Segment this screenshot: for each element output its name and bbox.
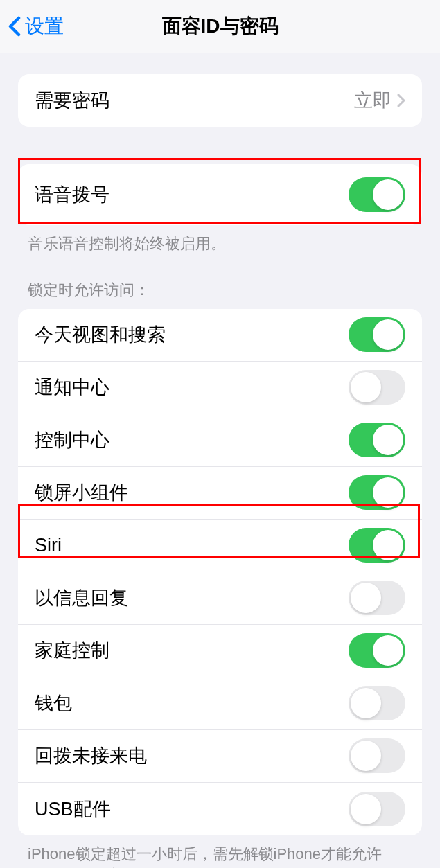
- lock-access-footer: iPhone锁定超过一小时后，需先解锁iPhone才能允许USB配件连接。: [28, 844, 412, 868]
- lock-access-label: 以信息回复: [35, 585, 128, 610]
- lock-access-label: 控制中心: [35, 427, 109, 452]
- page-title: 面容ID与密码: [162, 13, 279, 39]
- lock-access-label: 回拨未接来电: [35, 743, 147, 768]
- lock-access-group: 今天视图和搜索通知中心控制中心锁屏小组件Siri以信息回复家庭控制钱包回拨未接来…: [18, 309, 422, 835]
- require-passcode-value: 立即: [354, 88, 391, 113]
- lock-access-row: 回拨未接来电: [18, 730, 422, 783]
- lock-access-label: 通知中心: [35, 375, 109, 400]
- voice-dial-toggle[interactable]: [349, 177, 405, 212]
- lock-access-row: 钱包: [18, 677, 422, 730]
- lock-access-toggle[interactable]: [349, 528, 405, 563]
- require-passcode-value-wrap: 立即: [354, 88, 405, 113]
- lock-access-toggle[interactable]: [349, 317, 405, 352]
- lock-access-toggle[interactable]: [349, 792, 405, 826]
- lock-access-toggle[interactable]: [349, 370, 405, 405]
- passcode-group: 需要密码 立即: [18, 74, 422, 127]
- lock-access-toggle[interactable]: [349, 633, 405, 668]
- chevron-right-icon: [397, 94, 405, 107]
- back-label: 设置: [25, 13, 64, 39]
- lock-access-label: USB配件: [35, 797, 111, 822]
- lock-access-header: 锁定时允许访问：: [28, 280, 412, 301]
- require-passcode-label: 需要密码: [35, 88, 109, 113]
- voice-dial-label: 语音拨号: [35, 182, 109, 207]
- chevron-left-icon: [8, 16, 21, 37]
- lock-access-label: 钱包: [35, 691, 72, 716]
- lock-access-toggle[interactable]: [349, 475, 405, 510]
- lock-access-row: 家庭控制: [18, 625, 422, 677]
- lock-access-label: 今天视图和搜索: [35, 322, 166, 347]
- voice-dial-row: 语音拨号: [18, 164, 422, 225]
- voice-dial-group: 语音拨号: [18, 164, 422, 225]
- lock-access-row: Siri: [18, 520, 422, 572]
- lock-access-toggle[interactable]: [349, 423, 405, 457]
- lock-access-label: 锁屏小组件: [35, 480, 128, 505]
- lock-access-row: 控制中心: [18, 414, 422, 467]
- lock-access-label: Siri: [35, 535, 62, 556]
- back-button[interactable]: 设置: [0, 13, 64, 39]
- lock-access-row: 以信息回复: [18, 572, 422, 625]
- lock-access-toggle[interactable]: [349, 686, 405, 720]
- voice-dial-footer: 音乐语音控制将始终被启用。: [28, 233, 412, 255]
- lock-access-toggle[interactable]: [349, 738, 405, 773]
- nav-bar: 设置 面容ID与密码: [0, 0, 440, 53]
- lock-access-toggle[interactable]: [349, 581, 405, 615]
- lock-access-label: 家庭控制: [35, 638, 109, 663]
- lock-access-row: USB配件: [18, 783, 422, 835]
- content: 需要密码 立即 语音拨号 音乐语音控制将始终被启用。 锁定时允许访问： 今天视图…: [0, 53, 440, 868]
- lock-access-row: 通知中心: [18, 362, 422, 414]
- lock-access-row: 今天视图和搜索: [18, 309, 422, 362]
- lock-access-row: 锁屏小组件: [18, 467, 422, 520]
- require-passcode-row[interactable]: 需要密码 立即: [18, 74, 422, 127]
